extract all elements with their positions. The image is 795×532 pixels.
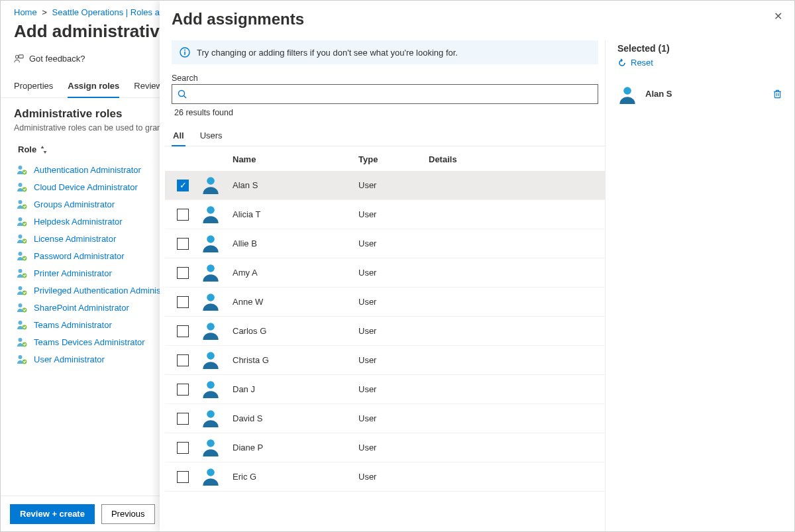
user-avatar-icon xyxy=(201,349,221,369)
svg-point-39 xyxy=(207,410,215,418)
user-name: Carlos G xyxy=(233,326,358,336)
user-type: User xyxy=(358,239,429,248)
role-link[interactable]: SharePoint Administrator xyxy=(34,303,129,313)
checkbox[interactable] xyxy=(177,413,189,425)
user-row[interactable]: Alicia T User xyxy=(165,200,605,229)
close-icon[interactable]: ✕ xyxy=(774,10,782,23)
checkbox[interactable] xyxy=(177,267,189,279)
tab-users[interactable]: Users xyxy=(199,127,224,146)
user-type: User xyxy=(358,209,429,219)
breadcrumb-home[interactable]: Home xyxy=(14,7,37,17)
add-assignments-panel: Add assignments ✕ Try changing or adding… xyxy=(160,1,794,531)
user-row[interactable]: Diane P User xyxy=(165,433,605,462)
column-details[interactable]: Details xyxy=(429,154,605,164)
user-row[interactable]: ✓ Alan S User xyxy=(165,171,605,200)
role-icon xyxy=(17,337,27,347)
checkbox[interactable] xyxy=(177,238,189,250)
feedback-label: Got feedback? xyxy=(29,54,85,64)
svg-point-8 xyxy=(19,217,23,221)
checkbox[interactable] xyxy=(177,325,189,337)
svg-point-0 xyxy=(15,55,19,58)
search-icon xyxy=(178,89,187,99)
svg-point-14 xyxy=(19,269,23,273)
tab-properties[interactable]: Properties xyxy=(14,76,53,97)
column-name[interactable]: Name xyxy=(233,154,358,164)
user-row[interactable]: Amy A User xyxy=(165,258,605,288)
svg-rect-28 xyxy=(184,52,186,55)
trash-icon[interactable] xyxy=(772,89,782,99)
user-name: Eric G xyxy=(233,472,358,482)
user-row[interactable]: Eric G User xyxy=(165,462,605,492)
svg-point-24 xyxy=(19,355,23,359)
role-link[interactable]: Groups Administrator xyxy=(34,199,115,209)
search-label: Search xyxy=(172,74,605,83)
user-name: David S xyxy=(233,413,358,423)
previous-button[interactable]: Previous xyxy=(101,504,155,524)
user-row[interactable]: Christa G User xyxy=(165,346,605,375)
role-icon xyxy=(17,164,27,175)
role-link[interactable]: Printer Administrator xyxy=(34,268,112,278)
role-link[interactable]: Authentication Administrator xyxy=(34,165,141,175)
svg-point-10 xyxy=(19,235,23,239)
role-link[interactable]: Privileged Authentication Administ xyxy=(34,286,163,295)
user-row[interactable]: David S User xyxy=(165,404,605,433)
user-avatar-icon xyxy=(201,262,221,282)
checkbox[interactable] xyxy=(177,442,189,454)
user-type: User xyxy=(358,180,429,190)
svg-point-38 xyxy=(207,381,215,389)
search-box[interactable] xyxy=(172,84,598,104)
user-name: Diane P xyxy=(233,443,358,452)
role-link[interactable]: User Administrator xyxy=(34,354,105,364)
results-count: 26 results found xyxy=(174,108,605,117)
svg-point-12 xyxy=(19,252,23,256)
search-input[interactable] xyxy=(192,89,592,99)
role-link[interactable]: Cloud Device Administrator xyxy=(34,182,138,192)
reset-label: Reset xyxy=(631,58,653,68)
checkbox[interactable]: ✓ xyxy=(177,180,189,191)
user-row[interactable]: Allie B User xyxy=(165,229,605,258)
svg-point-22 xyxy=(19,338,23,342)
selected-item: Alan S xyxy=(617,84,782,104)
info-icon xyxy=(180,47,190,58)
column-type[interactable]: Type xyxy=(358,154,429,164)
role-link[interactable]: Teams Devices Administrator xyxy=(34,337,145,347)
role-icon xyxy=(17,250,27,261)
checkbox[interactable] xyxy=(177,296,189,308)
svg-point-31 xyxy=(207,177,215,185)
role-icon xyxy=(17,354,27,364)
checkbox[interactable] xyxy=(177,471,189,483)
user-list[interactable]: Name Type Details ✓ Alan S User Alicia T… xyxy=(165,146,605,531)
selected-name: Alan S xyxy=(645,89,765,99)
user-avatar-icon xyxy=(201,203,221,223)
tab-all[interactable]: All xyxy=(172,127,186,146)
svg-point-29 xyxy=(179,91,185,97)
svg-point-18 xyxy=(19,303,23,307)
role-link[interactable]: Teams Administrator xyxy=(34,320,112,330)
svg-point-33 xyxy=(207,235,215,243)
tab-review[interactable]: Review xyxy=(134,76,162,97)
role-link[interactable]: Helpdesk Administrator xyxy=(34,217,123,227)
reset-button[interactable]: Reset xyxy=(617,58,653,68)
checkbox[interactable] xyxy=(177,209,189,221)
tab-assign-roles[interactable]: Assign roles xyxy=(68,76,119,97)
role-link[interactable]: License Administrator xyxy=(34,234,116,244)
feedback-link[interactable]: Got feedback? xyxy=(14,54,85,64)
breadcrumb-separator: > xyxy=(42,7,47,17)
user-type: User xyxy=(358,326,429,336)
checkbox[interactable] xyxy=(177,354,189,366)
svg-point-16 xyxy=(19,286,23,290)
info-text: Try changing or adding filters if you do… xyxy=(197,48,458,58)
checkbox[interactable] xyxy=(177,384,189,396)
panel-tabs: All Users xyxy=(165,127,605,146)
user-name: Alicia T xyxy=(233,209,358,219)
user-row[interactable]: Carlos G User xyxy=(165,317,605,346)
svg-point-35 xyxy=(207,293,215,301)
role-icon xyxy=(17,302,27,313)
user-row[interactable]: Anne W User xyxy=(165,288,605,317)
user-row[interactable]: Dan J User xyxy=(165,375,605,404)
user-name: Amy A xyxy=(233,268,358,278)
svg-point-37 xyxy=(207,352,215,360)
role-link[interactable]: Password Administrator xyxy=(34,251,125,261)
review-create-button[interactable]: Review + create xyxy=(10,504,95,524)
breadcrumb-seattle[interactable]: Seattle Operations | Roles and xyxy=(52,7,170,17)
